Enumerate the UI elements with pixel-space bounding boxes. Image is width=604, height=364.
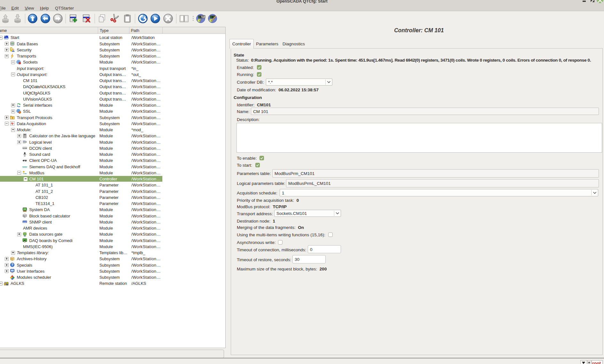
svg-text:SNMP: SNMP — [23, 221, 27, 223]
svg-text:SIEMENS: SIEMENS — [22, 166, 27, 168]
svg-text:?: ? — [11, 263, 13, 267]
svg-text:DCON: DCON — [23, 148, 27, 149]
